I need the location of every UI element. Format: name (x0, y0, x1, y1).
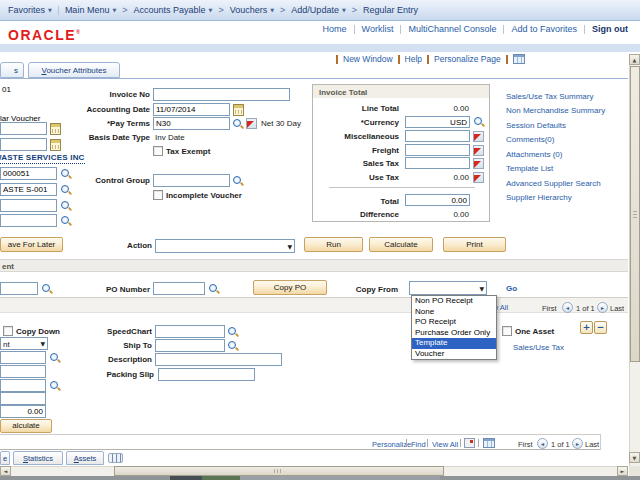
line-sales-use-tax-link[interactable]: Sales/Use Tax (513, 343, 564, 352)
line-account-field[interactable] (0, 351, 46, 364)
worklist-link[interactable]: Worklist (362, 24, 394, 34)
add-row-button[interactable]: + (580, 321, 593, 334)
transfer-icon[interactable] (473, 145, 484, 156)
search-icon[interactable] (473, 116, 485, 128)
grid-tab-partial[interactable]: e (0, 451, 10, 465)
sign-out-link[interactable]: Sign out (592, 24, 628, 34)
prev-row-icon[interactable]: ◂ (562, 302, 573, 313)
miscellaneous-field[interactable] (405, 130, 470, 142)
invoice-no-field[interactable] (153, 88, 290, 101)
template-list-link[interactable]: Template List (506, 164, 553, 173)
breadcrumb-accounts-payable[interactable]: Accounts Payable ▼ (134, 5, 213, 15)
speedchart-field[interactable] (155, 325, 225, 338)
scroll-down-icon[interactable]: ▼ (629, 452, 640, 463)
session-defaults-link[interactable]: Session Defaults (506, 121, 566, 130)
dropdown-option[interactable]: Non PO Receipt (412, 296, 496, 307)
sales-use-tax-summary-link[interactable]: Sales/Use Tax Summary (506, 92, 593, 101)
advanced-supplier-search-link[interactable]: Advanced Supplier Search (506, 179, 601, 188)
print-button[interactable]: Print (443, 237, 506, 252)
calculate-button[interactable]: Calculate (369, 237, 433, 252)
scroll-left-icon[interactable]: ◄ (0, 466, 11, 476)
ship-to-field[interactable] (155, 339, 225, 352)
search-icon[interactable] (49, 380, 61, 392)
tab-voucher-attributes[interactable]: Voucher Attributes (28, 62, 120, 78)
vertical-scrollbar-thumb[interactable] (630, 66, 640, 362)
total-field[interactable] (405, 194, 470, 206)
find-link[interactable]: Find (411, 440, 426, 449)
search-icon[interactable] (232, 118, 244, 130)
transfer-icon[interactable] (473, 172, 484, 183)
control-group-field[interactable] (153, 174, 230, 187)
dropdown-option[interactable]: Voucher (412, 349, 496, 360)
one-asset-checkbox[interactable] (502, 326, 512, 336)
packing-slip-field[interactable] (158, 368, 255, 381)
distribute-by-select[interactable]: nt ▼ (0, 337, 48, 350)
supplier-hierarchy-link[interactable]: Supplier Hierarchy (506, 193, 572, 202)
po-number-field[interactable] (153, 282, 205, 295)
grid-tab-statistics[interactable]: Statistics (13, 451, 63, 465)
home-link[interactable]: Home (323, 24, 347, 34)
http-grid-icon[interactable] (513, 54, 525, 64)
dropdown-option[interactable]: Purchase Order Only (412, 328, 496, 339)
search-icon[interactable] (60, 184, 72, 196)
line-amount-field[interactable] (0, 405, 46, 418)
copy-down-checkbox[interactable] (3, 326, 13, 336)
help-link[interactable]: Help (405, 54, 422, 64)
source-document-field[interactable] (0, 282, 38, 295)
search-icon[interactable] (227, 326, 239, 338)
add-to-favorites-link[interactable]: Add to Favorites (511, 24, 577, 34)
pay-terms-field[interactable] (153, 117, 230, 130)
sales-tax-field[interactable] (405, 157, 470, 169)
breadcrumb-add-update[interactable]: Add/Update ▼ (291, 5, 345, 15)
line-calculate-button[interactable]: alculate (0, 419, 52, 433)
personalize-page-link[interactable]: Personalize Page (434, 54, 501, 64)
bank-field[interactable] (0, 214, 57, 227)
supplier-name-link[interactable]: WASTE SERVICES INC (0, 153, 85, 164)
description-field[interactable] (155, 353, 282, 366)
search-icon[interactable] (60, 200, 72, 212)
copy-po-button[interactable]: Copy PO (253, 280, 327, 295)
action-select[interactable]: ▼ (155, 239, 295, 253)
calendar-icon[interactable] (233, 104, 244, 116)
show-all-columns-icon[interactable] (108, 453, 123, 463)
incomplete-voucher-checkbox[interactable] (153, 190, 163, 200)
tax-exempt-checkbox[interactable] (153, 146, 163, 156)
dropdown-option[interactable]: PO Receipt (412, 317, 496, 328)
line-uom-field[interactable] (0, 379, 46, 392)
accounting-date-field[interactable] (153, 103, 230, 116)
new-window-link[interactable]: New Window (343, 54, 393, 64)
search-icon[interactable] (41, 283, 53, 295)
tab-partial[interactable]: s (0, 62, 24, 78)
dropdown-option[interactable]: None (412, 307, 496, 318)
horizontal-scrollbar-thumb[interactable] (114, 466, 444, 476)
comments-link[interactable]: Comments(0) (506, 135, 554, 144)
next-row-icon[interactable]: ▸ (572, 438, 583, 449)
search-icon[interactable] (227, 340, 239, 352)
next-row-icon[interactable]: ▸ (597, 302, 608, 313)
address-field[interactable] (0, 199, 57, 212)
transfer-icon[interactable] (246, 118, 257, 129)
prev-row-icon[interactable]: ◂ (537, 438, 548, 449)
main-menu[interactable]: Main Menu ▼ (65, 5, 116, 15)
copy-from-select[interactable]: ▼ (409, 281, 487, 295)
non-merchandise-summary-link[interactable]: Non Merchandise Summary (506, 106, 605, 115)
line-quantity-field[interactable] (0, 365, 46, 378)
grid-tab-assets[interactable]: Assets (66, 451, 104, 465)
favorites-menu[interactable]: Favorites ▼ (8, 5, 52, 15)
attachments-link[interactable]: Attachments (0) (506, 150, 562, 159)
search-icon[interactable] (60, 215, 72, 227)
zoom-grid-icon[interactable] (464, 438, 475, 448)
run-button[interactable]: Run (304, 237, 363, 252)
dropdown-option-highlighted[interactable]: Template (412, 338, 496, 349)
grid-view-all-link[interactable]: View All (432, 440, 458, 449)
transfer-icon[interactable] (473, 131, 484, 142)
breadcrumb-vouchers[interactable]: Vouchers ▼ (230, 5, 274, 15)
delete-row-button[interactable]: − (594, 321, 607, 334)
multichannel-console-link[interactable]: MultiChannel Console (408, 24, 496, 34)
freight-field[interactable] (405, 144, 470, 156)
download-grid-icon[interactable] (483, 438, 495, 448)
currency-field[interactable] (405, 116, 470, 128)
search-icon[interactable] (232, 175, 244, 187)
line-price-field[interactable] (0, 392, 46, 405)
go-link[interactable]: Go (506, 284, 517, 293)
